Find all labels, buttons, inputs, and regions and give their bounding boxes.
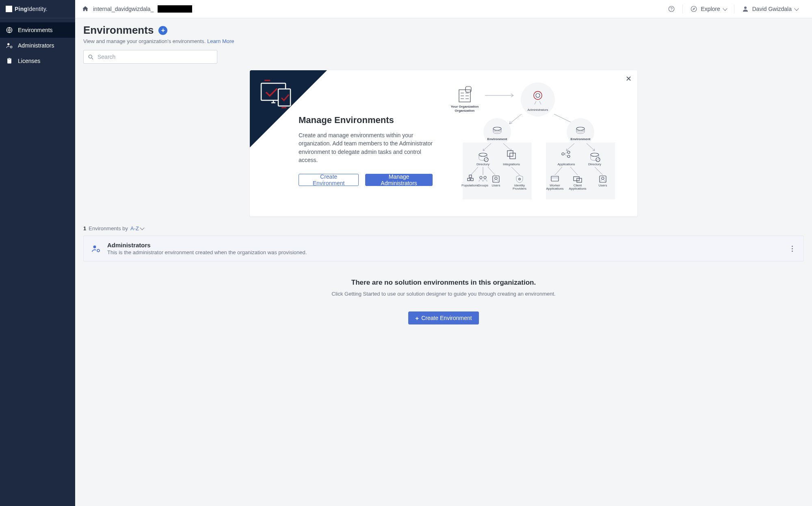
diagram-label: Administrators [527, 108, 548, 112]
empty-subtitle: Click Getting Started to use our solutio… [83, 291, 804, 297]
explore-menu[interactable]: Explore [683, 0, 734, 18]
diagram-label: Groups [478, 184, 488, 187]
learn-more-link[interactable]: Learn More [207, 38, 234, 44]
environment-count-bar: 1 Environments by A-Z [83, 225, 804, 231]
svg-point-1 [7, 43, 9, 45]
sidebar: PingIdentity. Environments Administrator… [0, 0, 75, 506]
org-diagram-illustration: Your Organization Organization [448, 82, 619, 204]
globe-icon [6, 26, 13, 34]
breadcrumb-text: internal_davidgwizdala_ [93, 6, 154, 12]
svg-point-8 [744, 6, 747, 9]
user-name: David Gwizdala [752, 6, 792, 12]
manage-environments-card: ✕ Manage Environments Create and manage … [250, 70, 637, 216]
environment-title: Administrators [107, 242, 782, 249]
compass-icon [690, 5, 697, 13]
chevron-down-icon [723, 6, 727, 11]
create-environment-button[interactable]: Create Environment [299, 174, 359, 186]
svg-text:Applications: Applications [569, 187, 586, 190]
environment-description: This is the administrator environment cr… [107, 249, 782, 255]
svg-text:Organization: Organization [455, 109, 475, 112]
diagram-label: Populations [461, 184, 479, 187]
help-icon [668, 5, 675, 13]
diagram-label: Environment [571, 137, 591, 141]
row-actions-menu[interactable] [788, 244, 796, 253]
svg-text:Providers: Providers [513, 187, 526, 190]
diagram-label: Directory [588, 162, 601, 166]
sidebar-item-label: Licenses [18, 58, 40, 64]
hero-title: Manage Environments [299, 115, 433, 125]
diagram-label: Users [492, 184, 500, 187]
user-gear-icon [6, 42, 13, 49]
create-environment-cta[interactable]: + Create Environment [408, 311, 479, 324]
svg-point-80 [93, 246, 96, 249]
administrators-icon [91, 244, 101, 253]
empty-title: There are no solution environments in th… [83, 279, 804, 287]
svg-line-10 [92, 58, 93, 59]
sidebar-item-licenses[interactable]: Licenses [0, 53, 75, 69]
diagram-label: Directory [476, 162, 489, 166]
home-icon [82, 5, 89, 13]
breadcrumb[interactable]: internal_davidgwizdala_ [82, 5, 192, 13]
help-button[interactable] [660, 0, 682, 18]
svg-rect-4 [9, 58, 11, 59]
user-menu[interactable]: David Gwizdala [734, 0, 806, 18]
diagram-label: Your Organization [451, 105, 479, 108]
sidebar-item-label: Administrators [18, 42, 54, 49]
user-icon [742, 5, 749, 13]
svg-point-6 [671, 10, 672, 11]
diagram-label: Users [599, 184, 607, 187]
diagram-label: Applications [557, 162, 575, 166]
svg-point-9 [89, 55, 92, 58]
redacted-text [158, 5, 192, 13]
svg-rect-57 [546, 143, 615, 199]
sidebar-item-label: Environments [18, 27, 53, 33]
chevron-down-icon [794, 6, 799, 11]
add-environment-button[interactable]: + [158, 26, 167, 35]
plus-icon: + [415, 315, 419, 322]
clipboard-icon [6, 57, 13, 65]
svg-rect-35 [463, 143, 532, 199]
logo-mark-icon [6, 6, 12, 12]
hero-description: Create and manage environments within yo… [299, 131, 433, 164]
chevron-down-icon [140, 225, 144, 230]
manage-administrators-button[interactable]: Manage Administrators [365, 174, 433, 186]
page-subtitle: View and manage your organization's envi… [83, 38, 804, 44]
search-input[interactable] [83, 50, 217, 64]
product-logo: PingIdentity. [0, 0, 75, 18]
svg-text:Applications: Applications [546, 187, 563, 190]
sidebar-item-administrators[interactable]: Administrators [0, 38, 75, 53]
search-icon [87, 54, 94, 60]
diagram-label: Environment [487, 137, 507, 141]
diagram-label: Integrations [503, 162, 520, 166]
sort-dropdown[interactable]: A-Z [130, 225, 144, 231]
sidebar-nav: Environments Administrators Licenses [0, 22, 75, 69]
page-title: Environments [83, 24, 154, 37]
topbar: internal_davidgwizdala_ Explore David Gw… [75, 0, 812, 18]
environment-row[interactable]: Administrators This is the administrator… [83, 236, 804, 262]
close-card-button[interactable]: ✕ [626, 75, 632, 82]
svg-point-7 [691, 6, 697, 12]
explore-label: Explore [701, 6, 720, 12]
sidebar-item-environments[interactable]: Environments [0, 22, 75, 38]
svg-point-81 [97, 249, 100, 252]
empty-state: There are no solution environments in th… [83, 279, 804, 324]
svg-line-31 [509, 114, 522, 124]
